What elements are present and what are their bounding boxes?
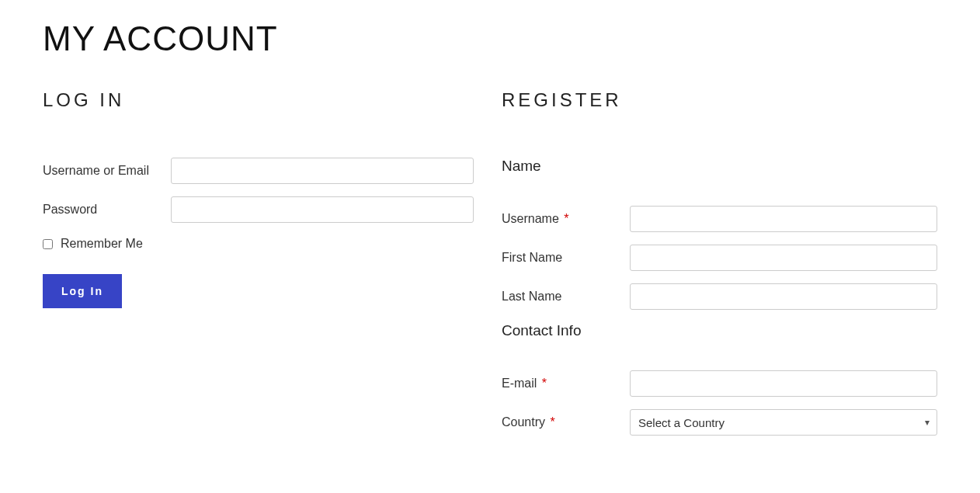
remember-me-row: Remember Me — [43, 237, 478, 251]
login-column: LOG IN Username or Email Password Rememb… — [43, 89, 478, 448]
register-username-label: Username * — [502, 212, 630, 226]
country-select-wrapper: Select a Country — [630, 409, 937, 436]
register-country-label-text: Country — [502, 415, 545, 429]
register-name-section: Name — [502, 158, 937, 175]
register-firstname-row: First Name — [502, 245, 937, 271]
register-lastname-label: Last Name — [502, 290, 630, 304]
register-email-input[interactable] — [630, 370, 937, 397]
login-username-row: Username or Email — [43, 158, 474, 184]
remember-me-checkbox[interactable] — [43, 239, 53, 249]
register-heading: REGISTER — [502, 89, 937, 111]
login-username-input[interactable] — [171, 158, 474, 184]
login-button[interactable]: Log In — [43, 274, 122, 308]
register-country-row: Country * Select a Country — [502, 409, 937, 436]
register-contact-section: Contact Info — [502, 322, 937, 339]
register-lastname-row: Last Name — [502, 283, 937, 310]
register-country-select[interactable]: Select a Country — [630, 409, 937, 436]
register-email-label: E-mail * — [502, 377, 630, 391]
remember-me-label: Remember Me — [61, 237, 143, 251]
content-columns: LOG IN Username or Email Password Rememb… — [43, 89, 937, 448]
login-password-input[interactable] — [171, 196, 474, 223]
required-marker: * — [542, 377, 547, 390]
required-marker: * — [550, 415, 554, 429]
register-username-input[interactable] — [630, 206, 937, 232]
register-username-row: Username * — [502, 206, 937, 232]
page-title: MY ACCOUNT — [43, 19, 937, 58]
login-heading: LOG IN — [43, 89, 478, 111]
register-country-label: Country * — [502, 415, 630, 429]
register-lastname-input[interactable] — [630, 283, 937, 310]
register-email-row: E-mail * — [502, 370, 937, 397]
register-username-label-text: Username — [502, 212, 559, 225]
register-email-label-text: E-mail — [502, 377, 537, 390]
login-password-label: Password — [43, 203, 171, 217]
login-password-row: Password — [43, 196, 474, 223]
required-marker: * — [564, 212, 568, 225]
register-firstname-input[interactable] — [630, 245, 937, 271]
register-column: REGISTER Name Username * First Name Last… — [502, 89, 937, 448]
register-firstname-label: First Name — [502, 251, 630, 265]
login-username-label: Username or Email — [43, 164, 171, 178]
